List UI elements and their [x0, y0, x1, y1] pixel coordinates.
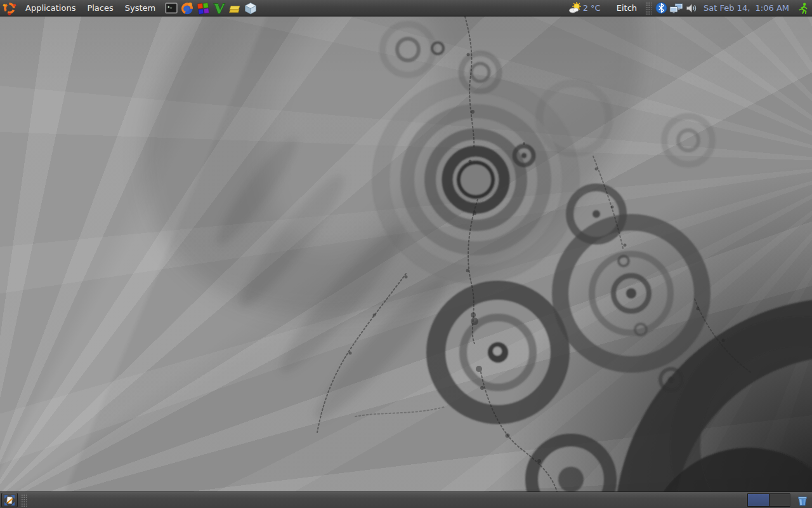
clock-applet[interactable]: Sat Feb 14, 1:06 AM: [699, 0, 795, 16]
volume-applet[interactable]: [684, 0, 699, 16]
trash-applet[interactable]: [794, 492, 811, 508]
menu-applications[interactable]: Applications: [20, 0, 81, 16]
window-list[interactable]: [29, 492, 747, 508]
sun-cloud-icon: [568, 1, 583, 15]
terminal-icon: [164, 1, 178, 15]
tray-drag-handle[interactable]: [645, 1, 652, 15]
top-panel: Applications Places System: [0, 0, 812, 17]
gvim-icon: im: [212, 1, 226, 15]
user-presence-label[interactable]: Eitch: [617, 3, 637, 13]
desktop-screen: Applications Places System: [0, 0, 812, 508]
workspace-2[interactable]: [769, 494, 790, 506]
show-desktop-icon: [4, 495, 15, 506]
launcher-gvim[interactable]: im: [211, 0, 226, 16]
menu-system-label: System: [125, 3, 155, 13]
workspace-1[interactable]: [748, 494, 769, 506]
tasklist-drag-handle[interactable]: [20, 493, 27, 507]
colored-squares-icon: [196, 1, 210, 15]
menu-applications-label: Applications: [25, 3, 75, 13]
launcher-bar: im: [164, 0, 258, 16]
svg-text:im: im: [220, 9, 226, 15]
notes-icon: [228, 1, 242, 15]
menu-system[interactable]: System: [119, 0, 161, 16]
volume-icon: [684, 1, 698, 15]
menu-places-label: Places: [87, 3, 113, 13]
network-icon: [669, 1, 684, 15]
show-desktop-button[interactable]: [1, 493, 18, 507]
trash-icon: [796, 493, 809, 507]
ubuntu-main-menu[interactable]: [0, 0, 20, 16]
launcher-terminal[interactable]: [164, 0, 179, 16]
launcher-cube[interactable]: [243, 0, 258, 16]
weather-applet[interactable]: 2 °C: [566, 0, 603, 16]
network-applet[interactable]: [669, 0, 684, 16]
launcher-firefox[interactable]: [180, 0, 195, 16]
desktop-wallpaper[interactable]: [0, 17, 812, 491]
workspace-switcher[interactable]: [747, 493, 790, 507]
ubuntu-logo-icon: [2, 1, 17, 16]
bluetooth-icon: [655, 1, 668, 15]
launcher-notes[interactable]: [227, 0, 242, 16]
wallpaper-fractal-art: [0, 17, 812, 491]
weather-temperature: 2 °C: [583, 3, 601, 13]
running-man-icon: [796, 1, 809, 15]
firefox-icon: [180, 1, 194, 15]
clock-text: Sat Feb 14, 1:06 AM: [704, 3, 789, 13]
launcher-colored-squares[interactable]: [195, 0, 211, 16]
system-tray: 2 °C Eitch: [566, 0, 812, 16]
bottom-panel: [0, 491, 812, 508]
menu-places[interactable]: Places: [81, 0, 119, 16]
cube-icon: [244, 1, 258, 15]
session-applet[interactable]: [795, 0, 810, 16]
bluetooth-applet[interactable]: [653, 0, 669, 16]
